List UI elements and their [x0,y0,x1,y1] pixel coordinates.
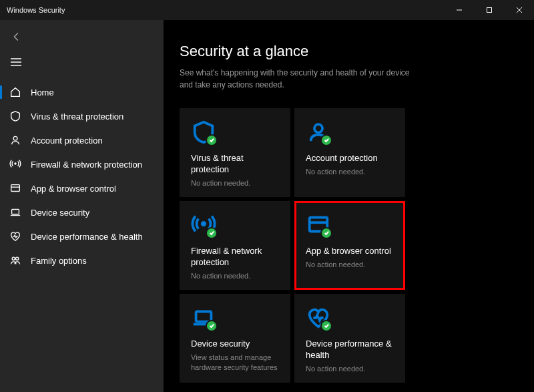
sidebar-item-home[interactable]: Home [0,80,164,104]
window-minimize-button[interactable] [444,0,474,20]
tiles-grid: Virus & threat protectionNo action neede… [180,108,534,383]
sidebar-item-label: Device security [31,208,89,218]
sidebar-item-label: Account protection [31,136,103,146]
tile-account[interactable]: Account protectionNo action needed. [294,108,405,197]
tile-title: Device performance & health [306,339,394,361]
tile-status: View status and manage hardware security… [191,353,279,373]
tile-status: No action needed. [191,178,279,188]
hamburger-button[interactable] [0,51,164,80]
sidebar-item-account[interactable]: Account protection [0,128,164,152]
sidebar-item-virus[interactable]: Virus & threat protection [0,104,164,128]
tile-status: No action needed. [306,260,394,270]
tile-icon-wrap [306,305,394,333]
sidebar: HomeVirus & threat protectionAccount pro… [0,20,164,392]
sidebar-item-label: Family options [31,256,87,266]
tile-title: Device security [191,339,279,350]
tile-title: Firewall & network protection [191,246,279,268]
sidebar-item-label: Firewall & network protection [31,160,142,170]
sidebar-item-label: Home [31,87,54,97]
tile-icon-wrap [191,212,279,240]
person-icon [9,134,21,146]
sidebar-item-label: Device performance & health [31,232,143,242]
main-content: Security at a glance See what's happenin… [164,20,534,392]
tile-title: App & browser control [306,246,394,257]
svg-rect-9 [487,8,491,13]
tile-device[interactable]: Device securityView status and manage ha… [180,294,290,383]
status-ok-badge [320,134,332,146]
sidebar-item-firewall[interactable]: Firewall & network protection [0,152,164,176]
status-ok-badge [206,320,218,332]
window-titlebar: Windows Security [0,0,534,20]
tile-status: No action needed. [306,364,394,374]
back-button[interactable] [0,25,164,51]
tile-status: No action needed. [306,167,394,177]
tile-icon-wrap [191,120,279,148]
shield-icon [9,110,21,122]
tile-title: Virus & threat protection [191,153,279,176]
sidebar-item-device[interactable]: Device security [0,200,164,224]
status-ok-badge [206,134,218,146]
tile-title: Account protection [306,153,394,164]
tile-perf[interactable]: Device performance & healthNo action nee… [294,294,405,383]
status-ok-badge [320,320,332,332]
tile-firewall[interactable]: Firewall & network protectionNo action n… [180,201,290,290]
sidebar-item-app[interactable]: App & browser control [0,176,164,200]
tile-app[interactable]: App & browser controlNo action needed. [294,201,405,290]
family-icon [9,254,21,266]
page-subtitle: See what's happening with the security a… [180,67,420,91]
heart-icon [9,230,21,242]
status-ok-badge [320,227,332,239]
window-maximize-button[interactable] [474,0,504,20]
tile-icon-wrap [191,305,279,333]
page-title: Security at a glance [180,43,534,60]
sidebar-item-perf[interactable]: Device performance & health [0,224,164,248]
tile-icon-wrap [306,120,394,148]
nav-list: HomeVirus & threat protectionAccount pro… [0,80,164,272]
tile-status: No action needed. [191,271,279,281]
window-icon [9,182,21,194]
status-ok-badge [206,227,218,239]
sidebar-item-family[interactable]: Family options [0,248,164,272]
home-icon [9,86,21,98]
window-title: Windows Security [7,6,65,14]
tile-icon-wrap [306,212,394,240]
window-close-button[interactable] [504,0,534,20]
antenna-icon [9,158,21,170]
sidebar-item-label: Virus & threat protection [31,112,123,122]
tile-virus[interactable]: Virus & threat protectionNo action neede… [180,108,290,197]
sidebar-item-label: App & browser control [31,184,116,194]
laptop-icon [9,206,21,218]
